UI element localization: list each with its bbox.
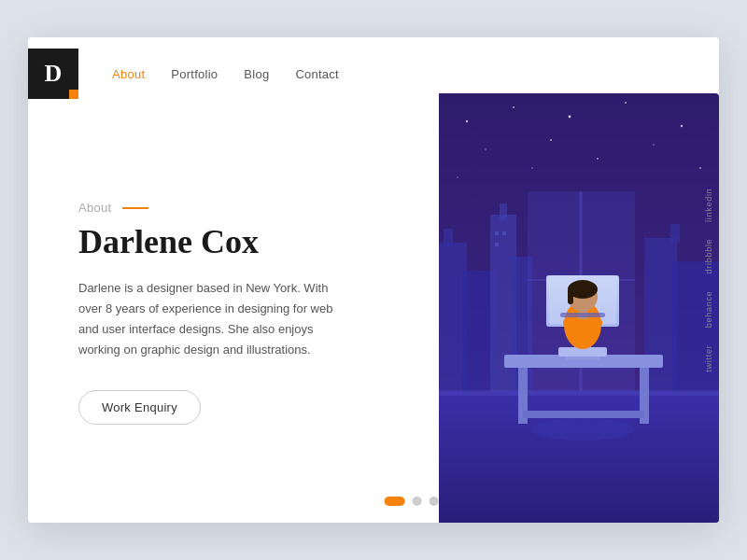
svg-point-4 (625, 102, 627, 104)
designer-name: Darlene Cox (78, 224, 402, 261)
left-panel: About Darlene Cox Darlene is a designer … (28, 93, 439, 523)
svg-rect-33 (523, 411, 644, 418)
pagination-dot-2[interactable] (413, 497, 422, 506)
behance-link[interactable]: behance (704, 291, 713, 329)
svg-rect-17 (500, 203, 507, 220)
svg-rect-40 (563, 319, 576, 327)
svg-point-5 (681, 125, 683, 127)
svg-rect-14 (444, 229, 453, 247)
illustration-panel (439, 93, 719, 523)
svg-point-7 (550, 139, 552, 141)
twitter-link[interactable]: twitter (704, 344, 713, 371)
linkedin-link[interactable]: linkedin (704, 189, 713, 222)
svg-point-12 (531, 167, 533, 169)
svg-rect-19 (495, 231, 499, 235)
pagination-dot-3[interactable] (430, 497, 439, 506)
logo-letter: D (45, 60, 63, 88)
svg-rect-21 (495, 243, 499, 246)
dribbble-link[interactable]: dribbble (704, 239, 713, 274)
svg-point-6 (485, 148, 486, 150)
work-enquiry-button[interactable]: Work Enquiry (78, 390, 201, 425)
nav-item-contact[interactable]: Contact (295, 67, 339, 81)
section-label-group: About (78, 201, 402, 215)
svg-point-2 (513, 106, 514, 108)
svg-rect-29 (439, 390, 719, 396)
nav-item-about[interactable]: About (112, 67, 145, 81)
nav-item-portfolio[interactable]: Portfolio (171, 67, 218, 81)
accent-line (122, 207, 148, 209)
pagination (385, 497, 439, 506)
svg-point-47 (531, 418, 634, 441)
logo[interactable]: D (28, 49, 78, 99)
svg-point-9 (597, 158, 599, 160)
navigation: About Portfolio Blog Contact (112, 67, 339, 81)
section-label: About (78, 201, 111, 215)
social-sidebar: linkedin dribbble behance twitter (698, 177, 719, 384)
header: D About Portfolio Blog Contact (28, 37, 719, 93)
main-content: About Darlene Cox Darlene is a designer … (28, 93, 719, 523)
pagination-dot-1[interactable] (385, 497, 405, 506)
svg-point-1 (466, 120, 468, 122)
svg-rect-20 (502, 231, 506, 235)
svg-rect-41 (589, 319, 602, 327)
svg-point-10 (457, 176, 458, 178)
bio-text: Darlene is a designer based in New York.… (78, 278, 340, 360)
svg-point-3 (569, 116, 571, 119)
svg-rect-23 (670, 224, 680, 243)
svg-point-11 (699, 167, 701, 169)
main-card: D About Portfolio Blog Contact About Dar… (28, 37, 719, 523)
svg-point-8 (653, 144, 655, 146)
svg-rect-46 (560, 313, 605, 317)
svg-rect-44 (568, 287, 573, 304)
nav-item-blog[interactable]: Blog (244, 67, 269, 81)
